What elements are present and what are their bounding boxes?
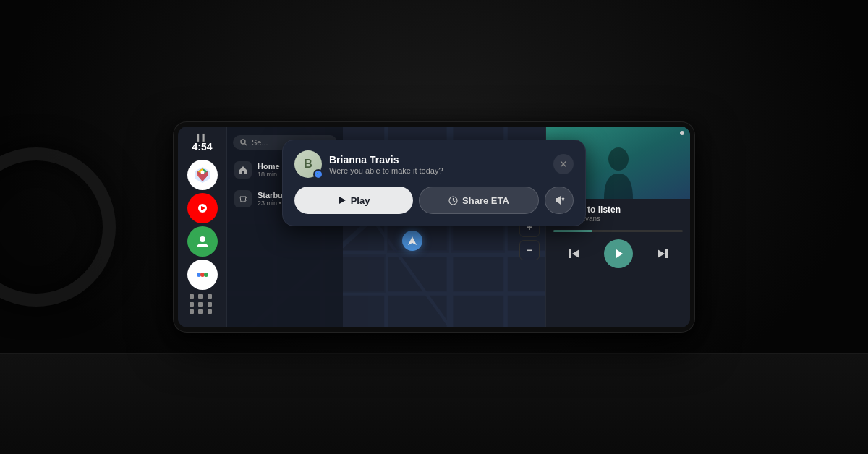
- car-display-screen: ▌▌ 4:54: [174, 122, 694, 332]
- avatar-badge: [313, 169, 323, 179]
- contact-avatar: B: [294, 150, 322, 178]
- notification-actions: Play Share ETA: [294, 187, 574, 214]
- play-button-label: Play: [351, 195, 370, 206]
- dashboard-surface: [0, 353, 868, 454]
- notification-message: Were you able to make it today?: [329, 166, 546, 175]
- screen-content: ▌▌ 4:54: [178, 127, 690, 327]
- notification-overlay: B Brianna Travis Were you able to make i…: [178, 127, 690, 327]
- screen-bezel: ▌▌ 4:54: [174, 122, 694, 332]
- mute-icon: [553, 194, 565, 206]
- badge-icon: [315, 171, 321, 177]
- svg-marker-42: [339, 197, 346, 204]
- share-eta-button[interactable]: Share ETA: [419, 187, 539, 214]
- play-action-icon: [338, 196, 346, 205]
- svg-line-45: [454, 200, 456, 202]
- contact-initial: B: [304, 158, 312, 171]
- notification-close-button[interactable]: ✕: [553, 154, 574, 174]
- notification-text: Brianna Travis Were you able to make it …: [329, 154, 546, 175]
- notification-card: B Brianna Travis Were you able to make i…: [282, 140, 586, 226]
- notification-header: B Brianna Travis Were you able to make i…: [294, 150, 574, 178]
- mute-button[interactable]: [545, 187, 574, 214]
- svg-point-40: [316, 172, 320, 176]
- svg-point-41: [317, 173, 318, 174]
- play-message-button[interactable]: Play: [294, 187, 413, 214]
- clock-icon: [448, 196, 458, 205]
- contact-name: Brianna Travis: [329, 154, 546, 166]
- share-eta-label: Share ETA: [462, 195, 509, 206]
